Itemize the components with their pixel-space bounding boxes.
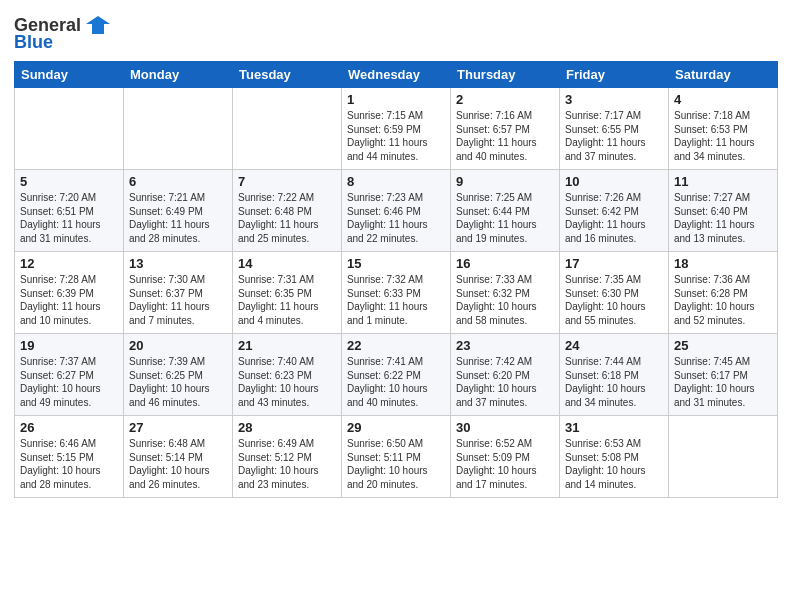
header-row: SundayMondayTuesdayWednesdayThursdayFrid…: [15, 62, 778, 88]
calendar-cell: 25Sunrise: 7:45 AM Sunset: 6:17 PM Dayli…: [669, 334, 778, 416]
day-number: 10: [565, 174, 663, 189]
col-header-monday: Monday: [124, 62, 233, 88]
day-number: 8: [347, 174, 445, 189]
day-number: 18: [674, 256, 772, 271]
day-info: Sunrise: 7:32 AM Sunset: 6:33 PM Dayligh…: [347, 273, 445, 327]
calendar-cell: 15Sunrise: 7:32 AM Sunset: 6:33 PM Dayli…: [342, 252, 451, 334]
col-header-thursday: Thursday: [451, 62, 560, 88]
calendar-cell: 1Sunrise: 7:15 AM Sunset: 6:59 PM Daylig…: [342, 88, 451, 170]
day-info: Sunrise: 7:45 AM Sunset: 6:17 PM Dayligh…: [674, 355, 772, 409]
col-header-sunday: Sunday: [15, 62, 124, 88]
day-info: Sunrise: 7:28 AM Sunset: 6:39 PM Dayligh…: [20, 273, 118, 327]
calendar-table: SundayMondayTuesdayWednesdayThursdayFrid…: [14, 61, 778, 498]
calendar-cell: 19Sunrise: 7:37 AM Sunset: 6:27 PM Dayli…: [15, 334, 124, 416]
day-info: Sunrise: 7:26 AM Sunset: 6:42 PM Dayligh…: [565, 191, 663, 245]
calendar-cell: 12Sunrise: 7:28 AM Sunset: 6:39 PM Dayli…: [15, 252, 124, 334]
day-info: Sunrise: 7:25 AM Sunset: 6:44 PM Dayligh…: [456, 191, 554, 245]
day-number: 1: [347, 92, 445, 107]
week-row-4: 19Sunrise: 7:37 AM Sunset: 6:27 PM Dayli…: [15, 334, 778, 416]
day-info: Sunrise: 7:44 AM Sunset: 6:18 PM Dayligh…: [565, 355, 663, 409]
calendar-cell: 14Sunrise: 7:31 AM Sunset: 6:35 PM Dayli…: [233, 252, 342, 334]
logo: General Blue: [14, 14, 112, 53]
calendar-cell: 7Sunrise: 7:22 AM Sunset: 6:48 PM Daylig…: [233, 170, 342, 252]
day-info: Sunrise: 7:33 AM Sunset: 6:32 PM Dayligh…: [456, 273, 554, 327]
day-number: 30: [456, 420, 554, 435]
day-number: 29: [347, 420, 445, 435]
day-info: Sunrise: 7:16 AM Sunset: 6:57 PM Dayligh…: [456, 109, 554, 163]
header: General Blue: [14, 10, 778, 53]
day-number: 6: [129, 174, 227, 189]
day-number: 31: [565, 420, 663, 435]
day-number: 22: [347, 338, 445, 353]
day-info: Sunrise: 7:42 AM Sunset: 6:20 PM Dayligh…: [456, 355, 554, 409]
day-number: 19: [20, 338, 118, 353]
day-number: 24: [565, 338, 663, 353]
calendar-cell: 21Sunrise: 7:40 AM Sunset: 6:23 PM Dayli…: [233, 334, 342, 416]
day-number: 28: [238, 420, 336, 435]
calendar-cell: 2Sunrise: 7:16 AM Sunset: 6:57 PM Daylig…: [451, 88, 560, 170]
calendar-cell: 6Sunrise: 7:21 AM Sunset: 6:49 PM Daylig…: [124, 170, 233, 252]
calendar-cell: [15, 88, 124, 170]
calendar-cell: 4Sunrise: 7:18 AM Sunset: 6:53 PM Daylig…: [669, 88, 778, 170]
day-number: 23: [456, 338, 554, 353]
day-info: Sunrise: 7:30 AM Sunset: 6:37 PM Dayligh…: [129, 273, 227, 327]
calendar-cell: 22Sunrise: 7:41 AM Sunset: 6:22 PM Dayli…: [342, 334, 451, 416]
calendar-cell: 16Sunrise: 7:33 AM Sunset: 6:32 PM Dayli…: [451, 252, 560, 334]
day-number: 5: [20, 174, 118, 189]
day-number: 13: [129, 256, 227, 271]
calendar-cell: 20Sunrise: 7:39 AM Sunset: 6:25 PM Dayli…: [124, 334, 233, 416]
day-number: 9: [456, 174, 554, 189]
day-info: Sunrise: 7:37 AM Sunset: 6:27 PM Dayligh…: [20, 355, 118, 409]
logo-blue: Blue: [14, 32, 53, 53]
day-number: 4: [674, 92, 772, 107]
day-info: Sunrise: 6:49 AM Sunset: 5:12 PM Dayligh…: [238, 437, 336, 491]
calendar-cell: [124, 88, 233, 170]
day-number: 2: [456, 92, 554, 107]
day-number: 26: [20, 420, 118, 435]
day-info: Sunrise: 7:20 AM Sunset: 6:51 PM Dayligh…: [20, 191, 118, 245]
col-header-saturday: Saturday: [669, 62, 778, 88]
day-info: Sunrise: 7:18 AM Sunset: 6:53 PM Dayligh…: [674, 109, 772, 163]
day-info: Sunrise: 7:23 AM Sunset: 6:46 PM Dayligh…: [347, 191, 445, 245]
week-row-5: 26Sunrise: 6:46 AM Sunset: 5:15 PM Dayli…: [15, 416, 778, 498]
day-info: Sunrise: 7:41 AM Sunset: 6:22 PM Dayligh…: [347, 355, 445, 409]
day-number: 11: [674, 174, 772, 189]
day-info: Sunrise: 7:36 AM Sunset: 6:28 PM Dayligh…: [674, 273, 772, 327]
day-info: Sunrise: 6:52 AM Sunset: 5:09 PM Dayligh…: [456, 437, 554, 491]
day-number: 17: [565, 256, 663, 271]
day-info: Sunrise: 7:22 AM Sunset: 6:48 PM Dayligh…: [238, 191, 336, 245]
day-info: Sunrise: 7:21 AM Sunset: 6:49 PM Dayligh…: [129, 191, 227, 245]
calendar-cell: 23Sunrise: 7:42 AM Sunset: 6:20 PM Dayli…: [451, 334, 560, 416]
day-info: Sunrise: 6:48 AM Sunset: 5:14 PM Dayligh…: [129, 437, 227, 491]
week-row-1: 1Sunrise: 7:15 AM Sunset: 6:59 PM Daylig…: [15, 88, 778, 170]
day-number: 7: [238, 174, 336, 189]
calendar-cell: 5Sunrise: 7:20 AM Sunset: 6:51 PM Daylig…: [15, 170, 124, 252]
calendar-cell: 27Sunrise: 6:48 AM Sunset: 5:14 PM Dayli…: [124, 416, 233, 498]
day-number: 12: [20, 256, 118, 271]
calendar-cell: 28Sunrise: 6:49 AM Sunset: 5:12 PM Dayli…: [233, 416, 342, 498]
calendar-cell: 11Sunrise: 7:27 AM Sunset: 6:40 PM Dayli…: [669, 170, 778, 252]
calendar-cell: 18Sunrise: 7:36 AM Sunset: 6:28 PM Dayli…: [669, 252, 778, 334]
calendar-cell: 26Sunrise: 6:46 AM Sunset: 5:15 PM Dayli…: [15, 416, 124, 498]
calendar-cell: 30Sunrise: 6:52 AM Sunset: 5:09 PM Dayli…: [451, 416, 560, 498]
day-number: 15: [347, 256, 445, 271]
logo-bird-icon: [84, 14, 112, 36]
calendar-cell: 24Sunrise: 7:44 AM Sunset: 6:18 PM Dayli…: [560, 334, 669, 416]
day-number: 25: [674, 338, 772, 353]
day-info: Sunrise: 7:35 AM Sunset: 6:30 PM Dayligh…: [565, 273, 663, 327]
day-info: Sunrise: 6:50 AM Sunset: 5:11 PM Dayligh…: [347, 437, 445, 491]
calendar-cell: 8Sunrise: 7:23 AM Sunset: 6:46 PM Daylig…: [342, 170, 451, 252]
calendar-cell: 17Sunrise: 7:35 AM Sunset: 6:30 PM Dayli…: [560, 252, 669, 334]
day-info: Sunrise: 7:40 AM Sunset: 6:23 PM Dayligh…: [238, 355, 336, 409]
calendar-cell: 10Sunrise: 7:26 AM Sunset: 6:42 PM Dayli…: [560, 170, 669, 252]
day-info: Sunrise: 7:31 AM Sunset: 6:35 PM Dayligh…: [238, 273, 336, 327]
day-number: 3: [565, 92, 663, 107]
calendar-cell: [669, 416, 778, 498]
day-info: Sunrise: 6:53 AM Sunset: 5:08 PM Dayligh…: [565, 437, 663, 491]
day-number: 20: [129, 338, 227, 353]
calendar-cell: [233, 88, 342, 170]
day-number: 14: [238, 256, 336, 271]
day-number: 16: [456, 256, 554, 271]
day-number: 21: [238, 338, 336, 353]
col-header-wednesday: Wednesday: [342, 62, 451, 88]
